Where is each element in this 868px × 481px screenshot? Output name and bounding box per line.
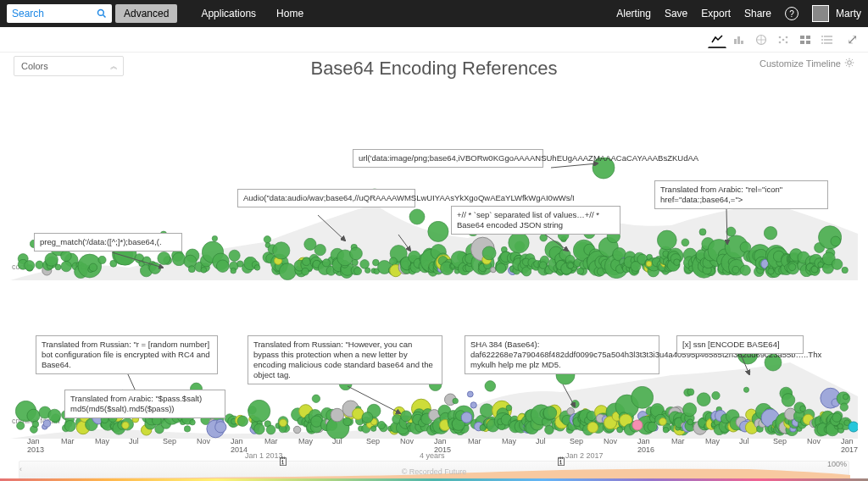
svg-point-0 (98, 10, 104, 16)
svg-point-7 (786, 36, 788, 38)
annotation-sep: +// * `sep` separated list of values…+//… (451, 206, 620, 235)
avatar[interactable] (812, 5, 829, 22)
colors-dropdown[interactable]: Colors︽ (14, 56, 124, 76)
nav-applications[interactable]: Applications (191, 8, 266, 19)
view-grid-icon[interactable] (796, 31, 815, 48)
view-timeline-icon[interactable] (708, 31, 726, 48)
svg-line-1024 (318, 215, 345, 240)
svg-point-21 (848, 61, 852, 65)
svg-line-1027 (542, 232, 568, 251)
svg-rect-11 (800, 36, 804, 39)
page-title: Base64 Encoding References (10, 58, 858, 80)
svg-rect-12 (806, 36, 810, 39)
help-icon[interactable]: ? (785, 7, 798, 20)
svg-point-9 (786, 41, 788, 43)
svg-point-20 (821, 42, 823, 44)
customize-timeline[interactable]: Customize Timeline (760, 58, 854, 69)
timeline-chart[interactable]: code criminal forum preg_match('/data:([… (10, 83, 858, 473)
view-network-icon[interactable] (774, 31, 793, 48)
annotation-ssn: [x] ssn [ENCODE BASE64] (676, 335, 804, 354)
search-icon[interactable] (92, 4, 112, 23)
view-bars-icon[interactable] (730, 31, 748, 48)
chevron-updown-icon: ︽ (110, 61, 116, 72)
svg-rect-14 (806, 41, 810, 44)
svg-point-6 (779, 36, 782, 38)
expand-icon[interactable]: ⤢ (847, 31, 858, 47)
svg-point-18 (821, 36, 823, 37)
nav-save[interactable]: Save (665, 8, 687, 19)
annotation-rus2: Translated from Russian: "However, you c… (248, 335, 442, 384)
annotation-sha: SHA 384 (Base64): daf622268e7a790468f482… (465, 335, 659, 374)
annotation-rus1: Translated from Russian: "r = [random nu… (36, 335, 218, 374)
view-globe-icon[interactable] (752, 31, 771, 48)
svg-line-1031 (348, 386, 400, 413)
annotation-arabic1: Translated from Arabic: "$pass.$salt) md… (64, 390, 225, 418)
svg-point-10 (782, 38, 785, 41)
annotation-preg: preg_match('/data:([^;]*);base64,(. (34, 233, 182, 252)
user-name: Marty (836, 8, 861, 19)
search-input[interactable] (7, 4, 92, 23)
svg-rect-3 (737, 36, 740, 44)
advanced-button[interactable]: Advanced (115, 4, 177, 23)
svg-line-1 (103, 15, 106, 18)
nav-alerting[interactable]: Alerting (616, 8, 651, 19)
svg-rect-13 (800, 41, 804, 44)
nav-export[interactable]: Export (701, 8, 731, 19)
svg-rect-4 (741, 41, 743, 44)
nav-share[interactable]: Share (744, 8, 771, 19)
svg-line-1028 (726, 208, 727, 244)
svg-line-1026 (551, 163, 598, 168)
svg-point-19 (821, 39, 823, 41)
view-list-icon[interactable] (818, 31, 837, 48)
nav-home[interactable]: Home (266, 8, 314, 19)
annotation-arabic2: Translated from Arabic: "rel="icon" href… (654, 180, 828, 209)
gear-icon (844, 58, 854, 69)
annotation-audio: Audio("data:audio/wav;base64,//uQRAAAAWM… (237, 189, 415, 207)
annotation-url: url('data:image/png;base64,iVBORw0KGgoAA… (353, 149, 543, 168)
svg-line-1032 (563, 384, 575, 406)
svg-line-1025 (398, 235, 410, 251)
svg-rect-2 (734, 39, 737, 44)
svg-point-8 (779, 41, 782, 43)
svg-line-1023 (112, 252, 163, 268)
